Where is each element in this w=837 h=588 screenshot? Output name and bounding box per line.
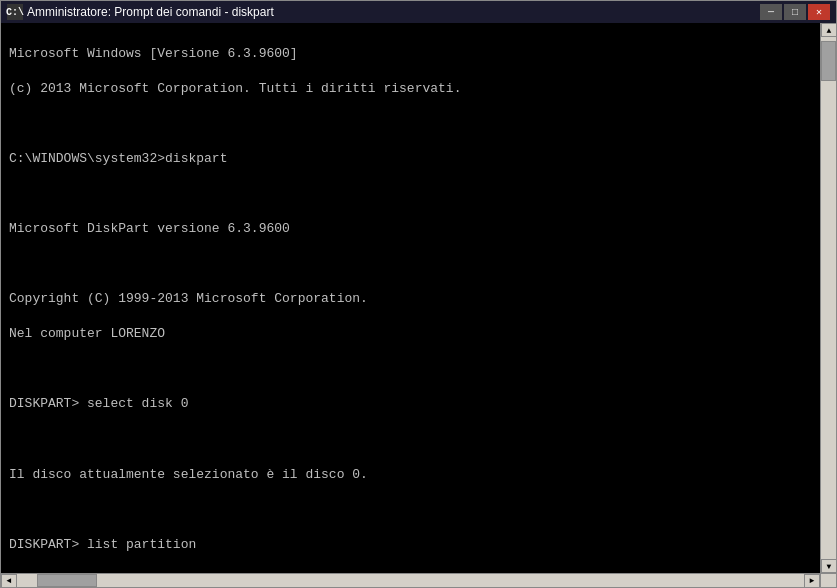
vertical-scrollbar[interactable]: ▲ ▼ — [820, 23, 836, 573]
line7 — [9, 255, 812, 273]
line12 — [9, 431, 812, 449]
line1: Microsoft Windows [Versione 6.3.9600] — [9, 45, 812, 63]
scroll-right-button[interactable]: ► — [804, 574, 820, 588]
maximize-button[interactable]: □ — [784, 4, 806, 20]
terminal-body[interactable]: Microsoft Windows [Versione 6.3.9600] (c… — [1, 23, 820, 573]
close-button[interactable]: ✕ — [808, 4, 830, 20]
scroll-down-button[interactable]: ▼ — [821, 559, 836, 573]
line5 — [9, 185, 812, 203]
line3 — [9, 115, 812, 133]
window: C:\ Amministratore: Prompt dei comandi -… — [0, 0, 837, 588]
line6: Microsoft DiskPart versione 6.3.9600 — [9, 220, 812, 238]
scroll-up-button[interactable]: ▲ — [821, 23, 836, 37]
line4: C:\WINDOWS\system32>diskpart — [9, 150, 812, 168]
scroll-h-thumb[interactable] — [37, 574, 97, 587]
line2: (c) 2013 Microsoft Corporation. Tutti i … — [9, 80, 812, 98]
line11: DISKPART> select disk 0 — [9, 395, 812, 413]
scroll-v-track[interactable] — [821, 37, 836, 559]
title-bar-left: C:\ Amministratore: Prompt dei comandi -… — [7, 4, 274, 20]
line14 — [9, 501, 812, 519]
horizontal-scrollbar[interactable]: ◄ ► — [1, 573, 820, 587]
scroll-left-button[interactable]: ◄ — [1, 574, 17, 588]
line8: Copyright (C) 1999-2013 Microsoft Corpor… — [9, 290, 812, 308]
scroll-v-thumb[interactable] — [821, 41, 836, 81]
main-area: Microsoft Windows [Versione 6.3.9600] (c… — [1, 23, 836, 573]
scroll-h-track[interactable] — [17, 574, 804, 587]
window-controls: ─ □ ✕ — [760, 4, 830, 20]
scroll-corner — [820, 573, 836, 587]
line15: DISKPART> list partition — [9, 536, 812, 554]
window-title: Amministratore: Prompt dei comandi - dis… — [27, 5, 274, 19]
line10 — [9, 360, 812, 378]
line9: Nel computer LORENZO — [9, 325, 812, 343]
line13: Il disco attualmente selezionato è il di… — [9, 466, 812, 484]
bottom-area: ◄ ► — [1, 573, 836, 587]
terminal-content: Microsoft Windows [Versione 6.3.9600] (c… — [9, 27, 812, 573]
title-bar: C:\ Amministratore: Prompt dei comandi -… — [1, 1, 836, 23]
cmd-icon: C:\ — [7, 4, 23, 20]
minimize-button[interactable]: ─ — [760, 4, 782, 20]
